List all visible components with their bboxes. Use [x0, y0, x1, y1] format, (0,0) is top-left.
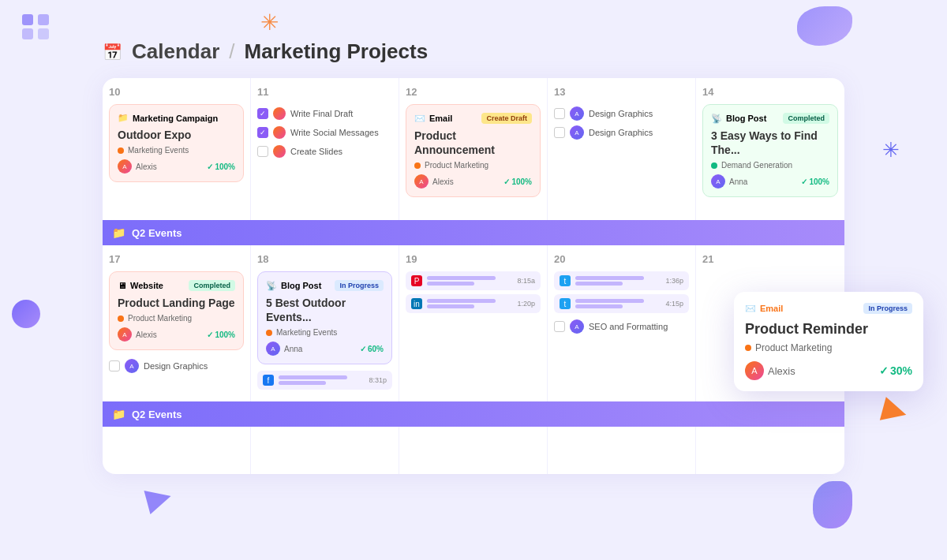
- separator-folder-icon-2: 📁: [112, 408, 125, 420]
- sched-bar-tw1b: [575, 282, 623, 286]
- day-number-14: 14: [702, 86, 838, 98]
- sched-bar-li1: [427, 299, 496, 303]
- seo-checkbox-20[interactable]: [554, 321, 565, 332]
- design-checkbox-1[interactable]: [554, 108, 565, 119]
- breadcrumb-project[interactable]: Marketing Projects: [245, 39, 429, 64]
- card-category-blog18: Marketing Events: [276, 328, 337, 337]
- day-column-19: 19 P 8:15a in 1:20p: [399, 245, 548, 401]
- progress-blog18: ✓60%: [360, 345, 384, 353]
- day-column-13: 13 A Design Graphics A Design Graphics: [548, 78, 696, 220]
- breadcrumb-calendar[interactable]: Calendar: [132, 39, 219, 64]
- checkbox-checked-2[interactable]: ✓: [257, 127, 268, 138]
- card-title-announcement: Product Announcement: [414, 129, 532, 157]
- task-text-1: Write Final Draft: [290, 109, 353, 118]
- twitter-icon-2: t: [560, 298, 571, 309]
- day-number-12: 12: [406, 86, 541, 98]
- sched-bars-tw2: [575, 299, 661, 308]
- floating-progress: ✓30%: [879, 364, 912, 377]
- dot-product: [414, 162, 421, 169]
- card-category-website17: Product Marketing: [128, 314, 192, 323]
- sched-bar-1: [279, 375, 347, 379]
- design-avatar-17: A: [125, 359, 139, 373]
- floating-email-card[interactable]: ✉️ Email In Progress Product Reminder Pr…: [734, 292, 923, 391]
- day-col-empty-4: [548, 427, 696, 474]
- design-label-17: Design Graphics: [144, 361, 208, 371]
- dot-orange: [118, 147, 124, 154]
- progress-blog14: ✓100%: [801, 177, 829, 186]
- floating-email-icon: ✉️: [745, 304, 756, 314]
- day-column-20: 20 t 1:36p t 4:15p: [548, 245, 696, 401]
- avatar-anna-18: A: [266, 342, 280, 356]
- floating-card-footer: A Alexis ✓30%: [745, 361, 912, 380]
- task-create-slides: Create Slides: [257, 142, 392, 161]
- design-row-13-1: A Design Graphics: [554, 104, 689, 123]
- card-title-outdoor: Outdoor Expo: [118, 128, 235, 142]
- dot-demand: [711, 162, 717, 169]
- marketing-campaign-card[interactable]: 📁 Marketing Campaign Outdoor Expo Market…: [109, 104, 244, 182]
- day-number-19: 19: [406, 253, 541, 265]
- floating-card-title: Product Reminder: [745, 320, 912, 338]
- card-footer-website17: A Alexis ✓100%: [118, 327, 235, 342]
- task-avatar-1: [273, 107, 286, 120]
- design-checkbox-17[interactable]: [109, 360, 120, 371]
- design-row-17: A Design Graphics: [109, 357, 244, 375]
- blog-card-18[interactable]: 📡 Blog Post In Progress 5 Best Outdoor E…: [257, 271, 392, 364]
- row-separator-q2-1: 📁 Q2 Events: [103, 220, 844, 245]
- day-column-14: 14 📡 Blog Post Completed 3 Easy Ways to …: [696, 78, 844, 220]
- sched-bar-tw2b: [575, 304, 623, 308]
- card-meta-product: Product Marketing: [414, 161, 532, 170]
- avatar-anna-14: A: [711, 174, 725, 189]
- assignee-row-email12: A Alexis: [414, 174, 454, 189]
- email-card-12[interactable]: ✉️ Email Create Draft Product Announceme…: [406, 104, 541, 197]
- badge-create-draft: Create Draft: [481, 113, 532, 124]
- day-column-18: 18 📡 Blog Post In Progress 5 Best Outdoo…: [251, 245, 399, 401]
- day-number-20: 20: [554, 253, 689, 265]
- sched-facebook-18: f 8:31p: [257, 371, 392, 390]
- assignee-row: A Alexis: [118, 159, 157, 174]
- day-number-21: 21: [702, 253, 838, 265]
- design-label-1: Design Graphics: [589, 109, 653, 118]
- pinterest-icon: P: [411, 275, 422, 286]
- day-number-17: 17: [109, 253, 244, 265]
- task-text-2: Write Social Messages: [290, 128, 379, 137]
- week3-row: [103, 427, 844, 474]
- card-type-email: ✉️ Email: [414, 114, 452, 124]
- day-col-empty-1: [103, 427, 251, 474]
- assignee-name: Alexis: [136, 162, 157, 171]
- checkbox-checked-1[interactable]: ✓: [257, 108, 268, 119]
- task-text-3: Create Slides: [290, 147, 342, 156]
- floating-assignee-row: A Alexis: [745, 361, 795, 380]
- sched-bar-tw1a: [575, 276, 644, 280]
- calendar-grid: 10 📁 Marketing Campaign Outdoor Expo Mar…: [103, 78, 844, 474]
- floating-avatar: A: [745, 361, 764, 380]
- avatar-alexis-17: A: [118, 327, 132, 342]
- website-card-17[interactable]: 🖥 Website Completed Product Landing Page…: [109, 271, 244, 350]
- linkedin-icon: in: [411, 298, 422, 309]
- calendar-icon: 📅: [103, 43, 122, 62]
- progress-website17: ✓100%: [207, 330, 235, 339]
- blog-card-14[interactable]: 📡 Blog Post Completed 3 Easy Ways to Fin…: [702, 104, 838, 197]
- design-row-13-2: A Design Graphics: [554, 123, 689, 142]
- progress-100: ✓100%: [207, 162, 235, 171]
- day-column-11: 11 ✓ Write Final Draft ✓ Write Social Me…: [251, 78, 399, 220]
- assignee-email12: Alexis: [432, 177, 454, 186]
- design-checkbox-2[interactable]: [554, 127, 565, 138]
- assignee-blog18: Anna: [284, 345, 302, 353]
- sched-bar-pin1: [427, 276, 496, 280]
- assignee-row-website17: A Alexis: [118, 327, 157, 342]
- sched-bar-li2: [427, 304, 474, 308]
- seo-label-20: SEO and Formatting: [589, 322, 668, 331]
- week1-row: 10 📁 Marketing Campaign Outdoor Expo Mar…: [103, 78, 844, 220]
- checkbox-unchecked-3[interactable]: [257, 146, 268, 157]
- page-header: 📅 Calendar / Marketing Projects: [32, 16, 915, 78]
- sched-time-pin: 8:15a: [517, 277, 535, 285]
- design-label-2: Design Graphics: [589, 128, 653, 137]
- sched-twitter-20-1: t 1:36p: [554, 271, 689, 290]
- day-number-13: 13: [554, 86, 689, 98]
- blog-icon: 📡: [711, 114, 722, 124]
- website-icon: 🖥: [118, 281, 126, 290]
- email-icon: ✉️: [414, 114, 425, 124]
- row-separator-q2-2: 📁 Q2 Events: [103, 401, 844, 427]
- dot-website17: [118, 315, 124, 322]
- floating-category: Product Marketing: [755, 342, 832, 353]
